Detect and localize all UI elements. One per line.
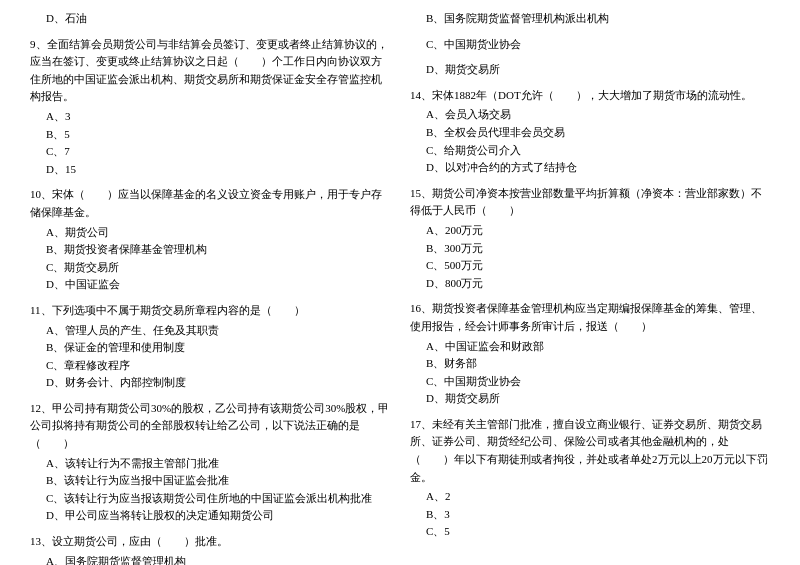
q12-d: D、甲公司应当将转让股权的决定通知期货公司 (30, 507, 390, 525)
q14-a: A、会员入场交易 (410, 106, 770, 124)
q16-d: D、期货交易所 (410, 390, 770, 408)
q9-a: A、3 (30, 108, 390, 126)
q15-b: B、300万元 (410, 240, 770, 258)
q13-text: 13、设立期货公司，应由（ ）批准。 (30, 533, 390, 551)
q12: 12、甲公司持有期货公司30%的股权，乙公司持有该期货公司30%股权，甲公司拟将… (30, 400, 390, 525)
q11-a: A、管理人员的产生、任免及其职责 (30, 322, 390, 340)
q9: 9、全面结算会员期货公司与非结算会员签订、变更或者终止结算协议的，应当在签订、变… (30, 36, 390, 179)
q-d-shiyou: D、石油 (30, 10, 390, 28)
q16-c: C、中国期货业协会 (410, 373, 770, 391)
q17: 17、未经有关主管部门批准，擅自设立商业银行、证券交易所、期货交易所、证券公司、… (410, 416, 770, 541)
q12-text: 12、甲公司持有期货公司30%的股权，乙公司持有该期货公司30%股权，甲公司拟将… (30, 400, 390, 453)
q16-a: A、中国证监会和财政部 (410, 338, 770, 356)
q15: 15、期货公司净资本按营业部数量平均折算额（净资本：营业部家数）不得低于人民币（… (410, 185, 770, 293)
q11-b: B、保证金的管理和使用制度 (30, 339, 390, 357)
q10-d: D、中国证监会 (30, 276, 390, 294)
q10-a: A、期货公司 (30, 224, 390, 242)
q15-text: 15、期货公司净资本按营业部数量平均折算额（净资本：营业部家数）不得低于人民币（… (410, 185, 770, 220)
q12-c: C、该转让行为应当报该期货公司住所地的中国证监会派出机构批准 (30, 490, 390, 508)
option-d-qihuo: D、期货交易所 (410, 61, 770, 79)
q12-a: A、该转让行为不需报主管部门批准 (30, 455, 390, 473)
option-d-shiyou: D、石油 (30, 10, 390, 28)
q-d-qihuo: D、期货交易所 (410, 61, 770, 79)
q10-b: B、期货投资者保障基金管理机构 (30, 241, 390, 259)
q10: 10、宋体（ ）应当以保障基金的名义设立资金专用账户，用于专户存储保障基金。 A… (30, 186, 390, 294)
q11-d: D、财务会计、内部控制制度 (30, 374, 390, 392)
q14-d: D、以对冲合约的方式了结持仓 (410, 159, 770, 177)
q10-text: 10、宋体（ ）应当以保障基金的名义设立资金专用账户，用于专户存储保障基金。 (30, 186, 390, 221)
q17-text: 17、未经有关主管部门批准，擅自设立商业银行、证券交易所、期货交易所、证券公司、… (410, 416, 770, 486)
q-b-guowuyuan: B、国务院期货监督管理机构派出机构 (410, 10, 770, 28)
q17-b: B、3 (410, 506, 770, 524)
q10-c: C、期货交易所 (30, 259, 390, 277)
q15-d: D、800万元 (410, 275, 770, 293)
q9-b: B、5 (30, 126, 390, 144)
q17-c: C、5 (410, 523, 770, 541)
q16: 16、期货投资者保障基金管理机构应当定期编报保障基金的筹集、管理、使用报告，经会… (410, 300, 770, 408)
left-column: D、石油 9、全面结算会员期货公司与非结算会员签订、变更或者终止结算协议的，应当… (30, 10, 390, 565)
q15-c: C、500万元 (410, 257, 770, 275)
q15-a: A、200万元 (410, 222, 770, 240)
q12-b: B、该转让行为应当报中国证监会批准 (30, 472, 390, 490)
q16-text: 16、期货投资者保障基金管理机构应当定期编报保障基金的筹集、管理、使用报告，经会… (410, 300, 770, 335)
option-b-guowuyuan: B、国务院期货监督管理机构派出机构 (410, 10, 770, 28)
q-c-zhongguo: C、中国期货业协会 (410, 36, 770, 54)
q14-c: C、给期货公司介入 (410, 142, 770, 160)
q13: 13、设立期货公司，应由（ ）批准。 A、国务院期货监督管理机构 (30, 533, 390, 565)
q16-b: B、财务部 (410, 355, 770, 373)
option-c-zhongguo: C、中国期货业协会 (410, 36, 770, 54)
q9-c: C、7 (30, 143, 390, 161)
q11-c: C、章程修改程序 (30, 357, 390, 375)
q11-text: 11、下列选项中不属于期货交易所章程内容的是（ ） (30, 302, 390, 320)
q17-a: A、2 (410, 488, 770, 506)
q14-text: 14、宋体1882年（DOT允许（ ），大大增加了期货市场的流动性。 (410, 87, 770, 105)
q14-b: B、全权会员代理非会员交易 (410, 124, 770, 142)
right-column: B、国务院期货监督管理机构派出机构 C、中国期货业协会 D、期货交易所 14、宋… (410, 10, 770, 565)
q9-text: 9、全面结算会员期货公司与非结算会员签订、变更或者终止结算协议的，应当在签订、变… (30, 36, 390, 106)
q14: 14、宋体1882年（DOT允许（ ），大大增加了期货市场的流动性。 A、会员入… (410, 87, 770, 177)
q11: 11、下列选项中不属于期货交易所章程内容的是（ ） A、管理人员的产生、任免及其… (30, 302, 390, 392)
q13-a: A、国务院期货监督管理机构 (30, 553, 390, 565)
q9-d: D、15 (30, 161, 390, 179)
